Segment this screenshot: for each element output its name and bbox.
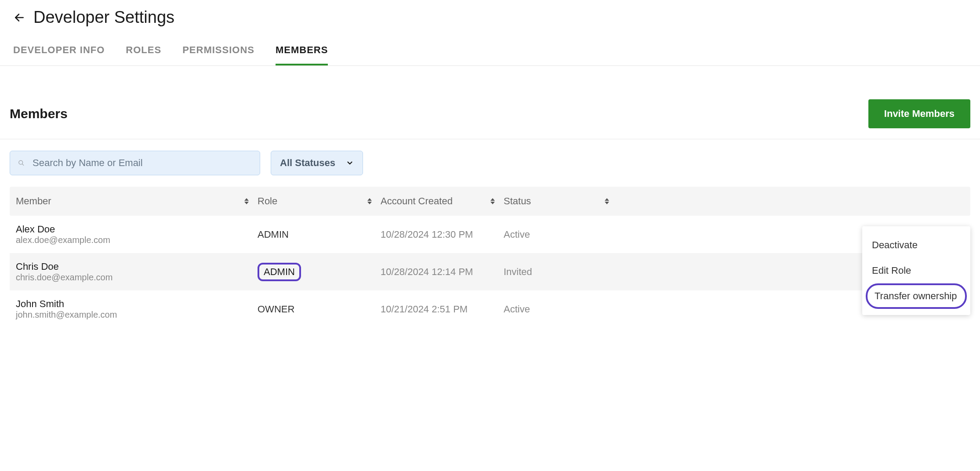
role-value: OWNER [258, 304, 294, 315]
sort-icon [244, 198, 249, 204]
status-filter-label: All Statuses [280, 157, 335, 169]
sort-icon [367, 198, 372, 204]
tab-developer-info[interactable]: DEVELOPER INFO [13, 44, 105, 65]
tab-roles[interactable]: ROLES [126, 44, 161, 65]
role-cell: ADMIN [258, 229, 381, 240]
column-label: Status [504, 196, 531, 207]
member-cell: John Smith john.smith@example.com [16, 298, 258, 320]
member-email: alex.doe@example.com [16, 235, 258, 245]
status-cell: Active [504, 229, 618, 240]
svg-line-2 [22, 164, 24, 166]
page-title: Developer Settings [33, 8, 174, 27]
sort-icon [490, 198, 495, 204]
column-label: Account Created [381, 196, 453, 207]
search-input[interactable] [33, 157, 252, 169]
member-name: Chris Doe [16, 261, 258, 272]
table-row: Alex Doe alex.doe@example.com ADMIN 10/2… [10, 216, 970, 253]
tab-bar: DEVELOPER INFO ROLES PERMISSIONS MEMBERS [0, 31, 980, 66]
created-cell: 10/28/2024 12:14 PM [381, 266, 504, 278]
section-title: Members [10, 106, 68, 121]
search-icon [18, 159, 25, 167]
role-value-highlighted: ADMIN [258, 263, 301, 281]
table-row: Chris Doe chris.doe@example.com ADMIN 10… [10, 253, 970, 290]
column-label: Role [258, 196, 277, 207]
filter-bar: All Statuses [0, 139, 980, 187]
sort-icon [605, 198, 609, 204]
page-header: Developer Settings [0, 0, 980, 31]
column-header-member[interactable]: Member [16, 196, 258, 207]
member-name: John Smith [16, 298, 258, 310]
column-header-created[interactable]: Account Created [381, 196, 504, 207]
member-email: john.smith@example.com [16, 310, 258, 320]
chevron-down-icon [346, 159, 354, 167]
member-cell: Chris Doe chris.doe@example.com [16, 261, 258, 283]
column-label: Member [16, 196, 51, 207]
role-value: ADMIN [258, 229, 289, 240]
table-row: John Smith john.smith@example.com OWNER … [10, 290, 970, 328]
svg-point-1 [19, 160, 23, 164]
menu-item-deactivate[interactable]: Deactivate [862, 232, 970, 258]
menu-item-transfer-ownership[interactable]: Transfer ownership [866, 283, 967, 309]
column-header-actions [618, 196, 964, 207]
search-box[interactable] [10, 151, 260, 175]
created-cell: 10/21/2024 2:51 PM [381, 304, 504, 315]
status-filter[interactable]: All Statuses [271, 151, 363, 175]
status-cell: Active [504, 304, 618, 315]
column-header-role[interactable]: Role [258, 196, 381, 207]
column-header-status[interactable]: Status [504, 196, 618, 207]
member-name: Alex Doe [16, 224, 258, 235]
row-context-menu: Deactivate Edit Role Transfer ownership [862, 226, 970, 315]
tab-permissions[interactable]: PERMISSIONS [182, 44, 254, 65]
member-cell: Alex Doe alex.doe@example.com [16, 224, 258, 245]
table-header-row: Member Role Account Created Status [10, 187, 970, 216]
members-table: Member Role Account Created Status Alex … [0, 187, 980, 328]
arrow-left-icon [14, 12, 25, 23]
role-cell: ADMIN [258, 263, 381, 281]
member-email: chris.doe@example.com [16, 272, 258, 283]
role-cell: OWNER [258, 304, 381, 315]
status-cell: Invited [504, 266, 618, 278]
section-header: Members Invite Members [0, 78, 980, 139]
invite-members-button[interactable]: Invite Members [868, 99, 970, 128]
back-button[interactable] [13, 11, 25, 24]
tab-members[interactable]: MEMBERS [276, 44, 328, 65]
created-cell: 10/28/2024 12:30 PM [381, 229, 504, 240]
menu-item-edit-role[interactable]: Edit Role [862, 258, 970, 283]
